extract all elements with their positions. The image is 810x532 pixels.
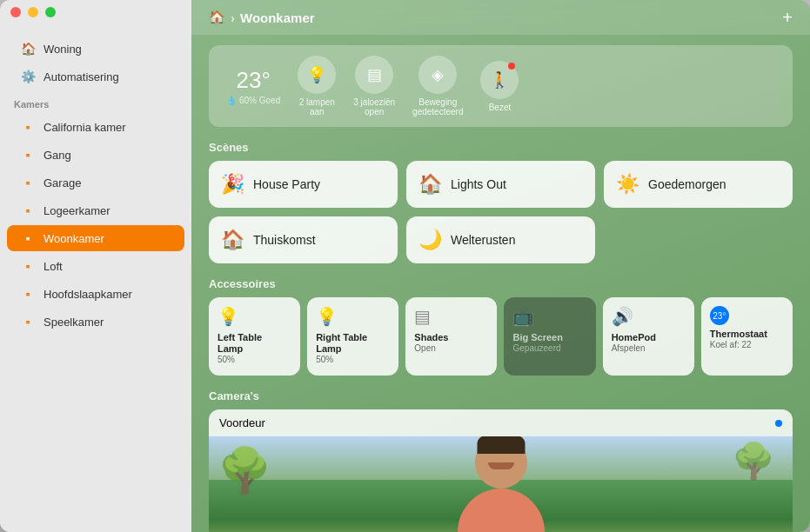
sidebar-item-label: Woonkamer <box>44 232 104 245</box>
accessory-status: 50% <box>218 355 235 364</box>
sun-icon: ☀️ <box>616 173 639 196</box>
accessory-status: Open <box>414 343 435 353</box>
scene-lights-out[interactable]: 🏠 Lights Out <box>406 161 595 208</box>
bezet-label: Bezet <box>489 103 512 112</box>
scene-label: Welterusten <box>451 233 515 247</box>
home-icon: 🏠 <box>21 42 35 56</box>
temperature-sub: 💧 60% Goed <box>226 96 280 105</box>
sidebar-item-logeerkamer[interactable]: ▪ Logeerkamer <box>7 197 184 223</box>
scene-house-party[interactable]: 🎉 House Party <box>209 161 398 208</box>
accessory-right-lamp[interactable]: 💡 Right TableLamp 50% <box>307 297 398 376</box>
room-icon: ▪ <box>21 120 35 134</box>
accessory-thermostaat[interactable]: 23° Thermostaat Koel af: 22 <box>701 297 793 376</box>
jaloezieen-status[interactable]: ▤ 3 jaloeziënopen <box>353 56 395 116</box>
camera-voordeur[interactable]: Voordeur 🌳 🌳 <box>209 409 793 532</box>
motion-icon: ◈ <box>432 65 444 84</box>
scene-label: House Party <box>253 177 320 191</box>
cameras-section-label: Camera's <box>209 389 793 402</box>
motion-status-icon: ◈ <box>418 56 457 94</box>
scene-label: Lights Out <box>451 177 506 191</box>
speaker-icon: 🔊 <box>612 306 633 327</box>
scene-label: Goedemorgen <box>648 177 726 191</box>
close-button[interactable] <box>10 7 21 17</box>
room-icon: ▪ <box>21 259 35 273</box>
lamps-label: 2 lampenaan <box>299 97 335 116</box>
sidebar-item-label: Logeerkamer <box>44 204 110 217</box>
accessory-name: Left TableLamp <box>218 332 262 355</box>
scenes-section-label: Scènes <box>209 141 793 154</box>
jaloezieen-label: 3 jaloeziënopen <box>353 97 395 116</box>
sidebar-item-label: Hoofdslaapkamer <box>44 288 132 301</box>
room-icon: ▪ <box>21 287 35 301</box>
fullscreen-button[interactable] <box>45 7 56 17</box>
accessory-status: Gepauzeerd <box>512 343 560 353</box>
tree-left-icon: 🌳 <box>218 445 271 495</box>
main-content-area: 🏠 › Woonkamer + 23° 💧 60% Goed 💡 <box>191 0 810 532</box>
temperature-status: 23° 💧 60% Goed <box>226 67 280 105</box>
home2-icon: 🏠 <box>221 229 244 251</box>
camera-name: Voordeur <box>219 416 265 429</box>
shades-icon: ▤ <box>367 65 382 84</box>
shades-status-icon: ▤ <box>355 56 393 94</box>
sidebar-item-woonkamer[interactable]: ▪ Woonkamer <box>7 225 184 251</box>
camera-section: Voordeur 🌳 🌳 <box>209 409 793 532</box>
scene-welterusten[interactable]: 🌙 Welterusten <box>406 216 595 263</box>
person-body <box>458 489 545 532</box>
titlebar <box>0 0 810 24</box>
main-scroll-content: 23° 💧 60% Goed 💡 2 lampenaan ▤ <box>191 35 810 532</box>
sidebar-item-speelkamer[interactable]: ▪ Speelkamer <box>7 309 184 335</box>
bulb-icon: 💡 <box>307 65 326 84</box>
sidebar-item-label: Woning <box>44 43 82 56</box>
accessory-status: Koel af: 22 <box>710 340 752 349</box>
status-row: 23° 💧 60% Goed 💡 2 lampenaan ▤ <box>209 45 793 127</box>
scene-label: Thuiskomst <box>253 233 316 247</box>
sidebar-item-hoofdslaapkamer[interactable]: ▪ Hoofdslaapkamer <box>7 281 184 307</box>
camera-feed: 🌳 🌳 <box>209 436 793 532</box>
moon-icon: 🌙 <box>418 229 442 251</box>
room-icon: ▪ <box>21 203 35 217</box>
accessory-big-screen[interactable]: 📺 Big Screen Gepauzeerd <box>504 297 595 376</box>
sidebar-item-california[interactable]: ▪ California kamer <box>7 114 184 140</box>
minimize-button[interactable] <box>28 7 38 17</box>
sidebar-item-label: California kamer <box>44 121 126 134</box>
sidebar-item-automatisering[interactable]: ⚙️ Automatisering <box>7 63 184 90</box>
room-icon: ▪ <box>21 231 35 245</box>
beweging-label: Beweginggedetecteerd <box>412 97 463 116</box>
sidebar-item-garage[interactable]: ▪ Garage <box>7 170 184 196</box>
sidebar-item-label: Automatisering <box>44 70 119 83</box>
accessory-status: 50% <box>316 355 333 364</box>
accessory-name: Right TableLamp <box>316 332 367 355</box>
scene-thuiskomst[interactable]: 🏠 Thuiskomst <box>209 216 398 263</box>
room-icon: ▪ <box>21 148 35 162</box>
accessory-name: HomePod <box>612 332 656 343</box>
scenes-grid: 🎉 House Party 🏠 Lights Out ☀️ Goedemorge… <box>209 161 793 263</box>
party-icon: 🎉 <box>221 173 244 196</box>
person-icon: 🚶 <box>490 70 509 90</box>
water-icon: 💧 <box>226 96 237 105</box>
lamps-status[interactable]: 💡 2 lampenaan <box>298 56 336 116</box>
sidebar-item-loft[interactable]: ▪ Loft <box>7 253 184 279</box>
accessory-name: Big Screen <box>512 332 562 343</box>
accessory-homepod[interactable]: 🔊 HomePod Afspelen <box>603 297 694 376</box>
bezet-status[interactable]: 🚶 Bezet <box>480 61 519 112</box>
sidebar: 🏠 Woning ⚙️ Automatisering Kamers ▪ Cali… <box>0 0 191 532</box>
beweging-status[interactable]: ◈ Beweginggedetecteerd <box>412 56 463 116</box>
sidebar-item-gang[interactable]: ▪ Gang <box>7 142 184 168</box>
scene-goedemorgen[interactable]: ☀️ Goedemorgen <box>604 161 793 208</box>
accessory-status: Afspelen <box>612 343 646 353</box>
sidebar-section-kamers: Kamers <box>0 90 191 113</box>
accessory-name: Thermostaat <box>710 329 767 340</box>
accessories-section-label: Accessoires <box>209 277 793 290</box>
accessory-left-lamp[interactable]: 💡 Left TableLamp 50% <box>209 297 300 376</box>
tree-right-icon: 🌳 <box>732 441 775 482</box>
accessory-name: Shades <box>414 332 448 343</box>
lamp-on-icon: 💡 <box>316 306 338 327</box>
thermostat-badge: 23° <box>710 306 729 325</box>
sidebar-item-label: Garage <box>44 176 81 190</box>
shades-accessory-icon: ▤ <box>414 306 431 327</box>
tv-icon: 📺 <box>512 306 534 327</box>
accessory-shades[interactable]: ▤ Shades Open <box>405 297 497 376</box>
accessories-grid: 💡 Left TableLamp 50% 💡 Right TableLamp 5… <box>209 297 793 376</box>
home-dark-icon: 🏠 <box>418 173 442 196</box>
sidebar-item-woning[interactable]: 🏠 Woning <box>7 36 184 62</box>
